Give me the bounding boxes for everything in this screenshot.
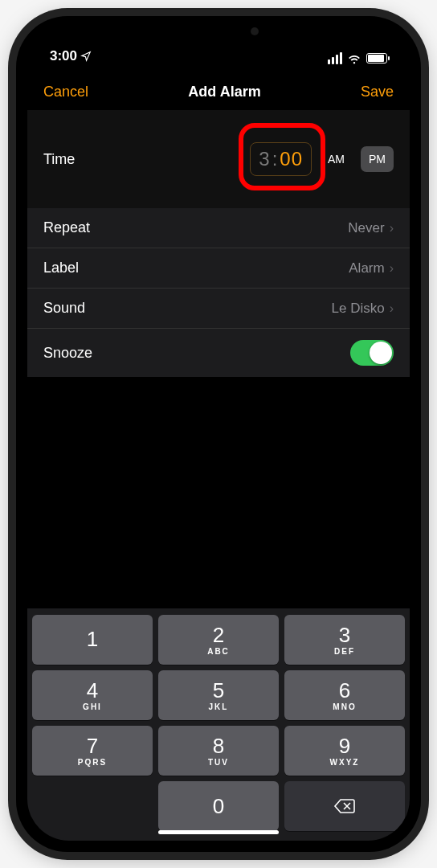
snooze-row: Snooze — [27, 329, 410, 377]
chevron-right-icon: › — [390, 301, 394, 316]
battery-icon — [366, 53, 387, 63]
key-0[interactable]: 0 — [158, 781, 279, 831]
phone-frame: 3:00 Cancel Add Alarm Save Time 3 — [16, 16, 421, 852]
location-icon — [80, 51, 92, 62]
time-hour: 3 — [259, 148, 270, 170]
sound-value: Le Disko — [332, 301, 385, 317]
repeat-value: Never — [348, 220, 384, 236]
signal-icon — [328, 52, 342, 64]
numeric-keypad: 1 2ABC 3DEF 4GHI 5JKL 6MNO 7PQRS 8TUV 9W… — [27, 608, 410, 841]
pm-button[interactable]: PM — [361, 146, 394, 172]
cancel-button[interactable]: Cancel — [43, 84, 88, 100]
am-button[interactable]: AM — [320, 146, 353, 172]
notch — [126, 16, 311, 42]
screen: 3:00 Cancel Add Alarm Save Time 3 — [27, 27, 410, 841]
label-label: Label — [43, 260, 349, 276]
time-section: Time 3 : 00 AM PM — [27, 110, 410, 208]
save-button[interactable]: Save — [361, 84, 394, 100]
key-blank — [32, 781, 153, 831]
status-time: 3:00 — [50, 48, 77, 64]
label-row[interactable]: Label Alarm › — [27, 248, 410, 289]
time-minute: 00 — [280, 148, 303, 170]
home-indicator[interactable] — [158, 830, 279, 834]
backspace-key[interactable] — [284, 781, 405, 831]
label-value: Alarm — [349, 260, 384, 276]
key-7[interactable]: 7PQRS — [32, 726, 153, 776]
settings-list: Repeat Never › Label Alarm › Sound Le Di… — [27, 208, 410, 377]
key-3[interactable]: 3DEF — [284, 615, 405, 665]
time-input[interactable]: 3 : 00 — [250, 142, 312, 176]
key-9[interactable]: 9WXYZ — [284, 726, 405, 776]
key-6[interactable]: 6MNO — [284, 670, 405, 720]
nav-bar: Cancel Add Alarm Save — [27, 66, 410, 110]
time-label: Time — [43, 151, 250, 168]
chevron-right-icon: › — [390, 221, 394, 235]
page-title: Add Alarm — [188, 84, 260, 100]
backspace-icon — [333, 798, 356, 814]
key-5[interactable]: 5JKL — [158, 670, 279, 720]
sound-row[interactable]: Sound Le Disko › — [27, 289, 410, 329]
chevron-right-icon: › — [390, 261, 394, 276]
key-2[interactable]: 2ABC — [158, 615, 279, 665]
key-4[interactable]: 4GHI — [32, 670, 153, 720]
sound-label: Sound — [43, 300, 332, 317]
snooze-label: Snooze — [43, 345, 350, 362]
key-1[interactable]: 1 — [32, 615, 153, 665]
repeat-label: Repeat — [43, 219, 348, 236]
snooze-toggle[interactable] — [350, 340, 394, 366]
repeat-row[interactable]: Repeat Never › — [27, 208, 410, 248]
wifi-icon — [347, 53, 361, 64]
key-8[interactable]: 8TUV — [158, 726, 279, 776]
